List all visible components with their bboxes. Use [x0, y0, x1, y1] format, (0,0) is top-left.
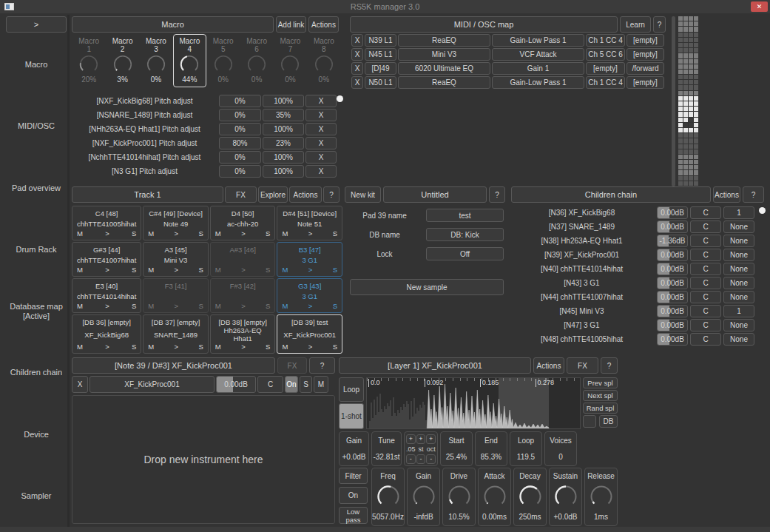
sample-db-button[interactable]: DB [599, 415, 618, 428]
macro-knob-cell[interactable]: Macro 3 0% [140, 34, 172, 87]
pad-chain-button[interactable]: > [105, 343, 109, 351]
macro-knob-cell[interactable]: Macro 8 0% [308, 34, 340, 87]
sidebar-item[interactable]: Database map [Active] [6, 280, 67, 342]
pad-mute-button[interactable]: M [282, 266, 288, 274]
close-button[interactable]: ✕ [751, 1, 768, 12]
sampler-knob[interactable] [375, 483, 402, 510]
midi-osc-help-button[interactable]: ? [653, 16, 666, 33]
sampler-param-field[interactable]: End 85.3% [475, 431, 507, 466]
pad-solo-button[interactable]: S [198, 266, 203, 274]
stepper-plus-st[interactable]: + [416, 434, 426, 444]
device-on-button[interactable]: On [285, 376, 298, 393]
child-pan-field[interactable]: C [690, 249, 721, 261]
sample-nav-button[interactable]: Rand spl [583, 403, 618, 414]
child-pan-field[interactable]: C [690, 277, 721, 289]
child-pan-field[interactable]: C [690, 333, 721, 346]
macro-knob[interactable] [212, 53, 234, 75]
pitch-remove-button[interactable]: X [305, 165, 337, 178]
kit-help-button[interactable]: ? [489, 186, 505, 203]
add-link-button[interactable]: Add link [276, 16, 306, 33]
drum-pad[interactable]: [DB 38] [empty] Hh263A-EQ Hhat1 M > S [210, 314, 276, 354]
pad-chain-button[interactable]: > [308, 302, 313, 310]
param-value[interactable]: +0.0dB [342, 453, 366, 461]
child-volume-field[interactable]: 0.00dB [657, 206, 688, 219]
sidebar-item[interactable]: MIDI/OSC [6, 95, 67, 157]
child-route-field[interactable]: None [723, 291, 754, 303]
midi-row-cc[interactable]: Ch 5 CC 6 [586, 48, 625, 61]
sampler-actions-button[interactable]: Actions [533, 357, 564, 374]
drum-pad[interactable]: A3 [45] Mini V3 M > S [143, 242, 209, 277]
macro-actions-button[interactable]: Actions [308, 16, 339, 33]
pad-chain-button[interactable]: > [175, 343, 179, 351]
midi-row-param[interactable]: Gain-Low Pass 1 [492, 76, 584, 89]
pad-solo-button[interactable]: S [266, 302, 270, 310]
pitch-remove-button[interactable]: X [305, 137, 337, 149]
sampler-param-field[interactable]: Loop 119.5 [510, 431, 542, 466]
sampler-knob-cell[interactable]: Release 1ms [584, 468, 618, 526]
midi-row-delete-button[interactable]: X [351, 62, 363, 75]
pad-chain-button[interactable]: > [105, 302, 109, 310]
child-volume-field[interactable]: 0.00dB [657, 319, 688, 331]
pad-mute-button[interactable]: M [148, 302, 154, 310]
one-shot-mode-button[interactable]: 1-shot [339, 403, 364, 429]
sampler-knob[interactable] [553, 483, 579, 510]
pad-solo-button[interactable]: S [132, 302, 136, 310]
drum-pad[interactable]: G#3 [44] chhTTE41007hihat M > S [72, 242, 141, 277]
sampler-knob[interactable] [588, 483, 615, 510]
pad-mute-button[interactable]: M [148, 229, 154, 238]
midi-row-osc[interactable]: [empty] [627, 76, 664, 89]
child-volume-field[interactable]: 0.00dB [657, 277, 688, 289]
kit-field-value[interactable]: test [426, 209, 504, 222]
loop-mode-button[interactable]: Loop [339, 377, 364, 402]
explore-button[interactable]: Explore [258, 186, 288, 203]
pad-mute-button[interactable]: M [148, 343, 154, 351]
drum-pad[interactable]: C4 [48] chhTTE41005hihat M > S [72, 206, 141, 240]
macro-knob[interactable] [178, 53, 200, 75]
midi-row-delete-button[interactable]: X [351, 48, 363, 61]
macro-knob[interactable] [313, 53, 335, 75]
child-volume-field[interactable]: 0.00dB [657, 305, 688, 317]
drum-pad[interactable]: D#4 [51] [Device] Note 51 M > S [277, 206, 342, 240]
pad-chain-button[interactable]: > [175, 229, 179, 238]
midi-row-device[interactable]: 6020 Ultimate EQ [398, 62, 490, 75]
pad-chain-button[interactable]: > [308, 266, 313, 274]
device-solo-button[interactable]: S [300, 376, 312, 393]
macro-knob-cell[interactable]: Macro 7 0% [274, 34, 306, 87]
child-pan-field[interactable]: C [690, 305, 721, 317]
sampler-knob-cell[interactable]: Freq 5057.0Hz [371, 468, 405, 526]
pitch-scrollbar-thumb[interactable] [337, 95, 343, 102]
pad-solo-button[interactable]: S [333, 343, 337, 351]
sidebar-item[interactable]: Pad overview [6, 158, 67, 219]
pitch-remove-button[interactable]: X [305, 151, 337, 164]
sample-extra-button[interactable] [583, 415, 596, 428]
pad-mute-button[interactable]: M [77, 343, 83, 351]
child-volume-field[interactable]: 0.00dB [657, 263, 688, 275]
macro-knob-cell[interactable]: Macro 4 44% [173, 34, 206, 87]
track-title[interactable]: Track 1 [72, 186, 223, 203]
sampler-param-field[interactable]: Voices 0 [544, 431, 577, 466]
drum-pad[interactable]: [DB 39] test XF_KickProc001 M > S [277, 314, 342, 354]
filter-type-button[interactable]: Low pass [339, 507, 368, 524]
midi-row-osc[interactable]: /forward [627, 62, 664, 75]
children-scrollbar-thumb[interactable] [759, 207, 766, 214]
drum-pad[interactable]: G3 [43] 3 G1 M > S [277, 278, 342, 313]
macro-knob-cell[interactable]: Macro 5 0% [207, 34, 240, 87]
track-help-button[interactable]: ? [323, 186, 340, 203]
device-fx-button[interactable]: FX [277, 357, 307, 374]
kit-field-value[interactable]: Off [426, 247, 504, 260]
children-actions-button[interactable]: Actions [713, 186, 740, 203]
kit-field-value[interactable]: DB: Kick [426, 228, 504, 241]
sampler-help-button[interactable]: ? [601, 357, 618, 374]
sampler-knob[interactable] [411, 483, 437, 510]
pad-chain-button[interactable]: > [175, 302, 179, 310]
waveform-display[interactable]: 0.0 0.092 0.185 0.278 [366, 377, 581, 429]
child-route-field[interactable]: None [723, 249, 754, 261]
pitch-max-field[interactable]: 100% [263, 123, 304, 135]
pad-solo-button[interactable]: S [266, 229, 270, 238]
device-volume-field[interactable]: 0.00dB [216, 376, 256, 393]
sampler-knob[interactable] [517, 483, 544, 510]
pitch-remove-button[interactable]: X [305, 95, 337, 107]
pad-mute-button[interactable]: M [215, 343, 221, 351]
drum-pad[interactable]: D4 [50] ac-chh-20 M > S [210, 206, 276, 240]
pad-solo-button[interactable]: S [132, 229, 136, 238]
